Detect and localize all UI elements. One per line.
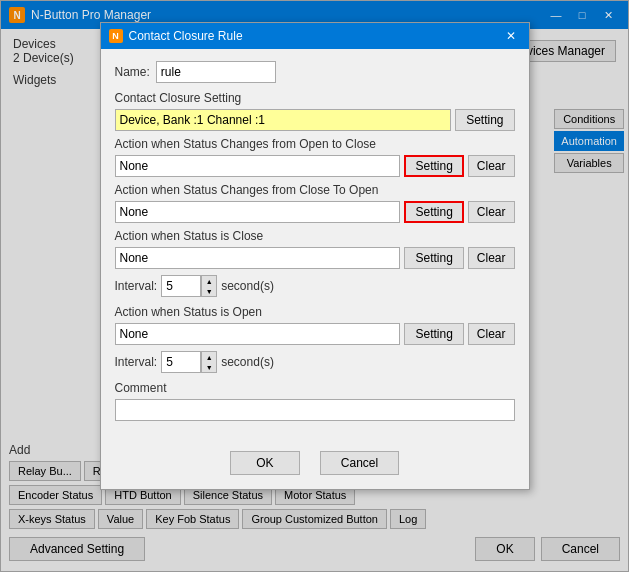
dialog-title-bar: N Contact Closure Rule ✕ [101, 23, 529, 49]
action-open-to-close-input[interactable] [115, 155, 401, 177]
action-open-to-close-row: Setting Clear [115, 155, 515, 177]
interval1-label: Interval: [115, 279, 158, 293]
action-close-to-open-setting-button[interactable]: Setting [404, 201, 463, 223]
dialog-footer: OK Cancel [101, 443, 529, 489]
dialog-overlay: N Contact Closure Rule ✕ Name: Contact C… [1, 1, 628, 571]
comment-input[interactable] [115, 399, 515, 421]
action-status-close-clear-button[interactable]: Clear [468, 247, 515, 269]
dialog-close-button[interactable]: ✕ [501, 27, 521, 45]
name-label: Name: [115, 65, 150, 79]
dialog-ok-button[interactable]: OK [230, 451, 300, 475]
dialog-cancel-button[interactable]: Cancel [320, 451, 399, 475]
action-close-to-open-clear-button[interactable]: Clear [468, 201, 515, 223]
interval1-input[interactable] [161, 275, 201, 297]
contact-closure-setting-title: Contact Closure Setting [115, 91, 515, 105]
action-status-close-title: Action when Status is Close [115, 229, 515, 243]
action-close-to-open-row: Setting Clear [115, 201, 515, 223]
comment-label: Comment [115, 381, 515, 395]
action-status-close-setting-button[interactable]: Setting [404, 247, 463, 269]
action-status-open-clear-button[interactable]: Clear [468, 323, 515, 345]
interval1-spinner: ▲ ▼ [161, 275, 217, 297]
interval1-spinner-btns: ▲ ▼ [201, 275, 217, 297]
device-input[interactable] [115, 109, 452, 131]
device-setting-row: Setting [115, 109, 515, 131]
action-status-close-section: Action when Status is Close Setting Clea… [115, 229, 515, 297]
action-status-open-section: Action when Status is Open Setting Clear… [115, 305, 515, 373]
name-row: Name: [115, 61, 515, 83]
name-input[interactable] [156, 61, 276, 83]
action-status-close-row: Setting Clear [115, 247, 515, 269]
dialog-title: Contact Closure Rule [129, 29, 243, 43]
contact-setting-button[interactable]: Setting [455, 109, 514, 131]
action-open-to-close-setting-button[interactable]: Setting [404, 155, 463, 177]
interval1-down-button[interactable]: ▼ [202, 286, 216, 296]
dialog-icon: N [109, 29, 123, 43]
action-status-open-input[interactable] [115, 323, 401, 345]
interval2-row: Interval: ▲ ▼ second(s) [115, 351, 515, 373]
interval1-row: Interval: ▲ ▼ second(s) [115, 275, 515, 297]
action-status-open-row: Setting Clear [115, 323, 515, 345]
interval2-up-button[interactable]: ▲ [202, 352, 216, 362]
action-status-open-title: Action when Status is Open [115, 305, 515, 319]
action-close-to-open-section: Action when Status Changes from Close To… [115, 183, 515, 223]
action-status-open-setting-button[interactable]: Setting [404, 323, 463, 345]
interval1-up-button[interactable]: ▲ [202, 276, 216, 286]
action-close-to-open-input[interactable] [115, 201, 401, 223]
action-status-close-input[interactable] [115, 247, 401, 269]
interval2-unit: second(s) [221, 355, 274, 369]
dialog-body: Name: Contact Closure Setting Setting Ac… [101, 49, 529, 443]
interval2-label: Interval: [115, 355, 158, 369]
action-open-to-close-clear-button[interactable]: Clear [468, 155, 515, 177]
main-window: N N-Button Pro Manager ― □ ✕ Devices 2 D… [0, 0, 629, 572]
interval2-input[interactable] [161, 351, 201, 373]
comment-section: Comment [115, 381, 515, 421]
interval1-unit: second(s) [221, 279, 274, 293]
interval2-down-button[interactable]: ▼ [202, 362, 216, 372]
dialog-title-left: N Contact Closure Rule [109, 29, 243, 43]
action-open-to-close-title: Action when Status Changes from Open to … [115, 137, 515, 151]
interval2-spinner: ▲ ▼ [161, 351, 217, 373]
action-open-to-close-section: Action when Status Changes from Open to … [115, 137, 515, 177]
interval2-spinner-btns: ▲ ▼ [201, 351, 217, 373]
contact-closure-dialog: N Contact Closure Rule ✕ Name: Contact C… [100, 22, 530, 490]
action-close-to-open-title: Action when Status Changes from Close To… [115, 183, 515, 197]
